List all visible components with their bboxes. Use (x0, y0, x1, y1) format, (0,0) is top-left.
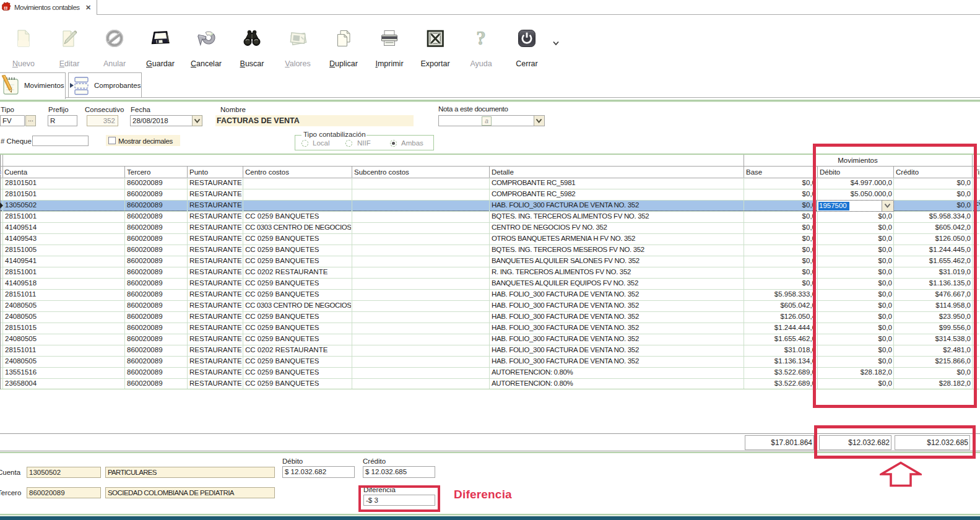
svg-text:?: ? (476, 28, 486, 48)
